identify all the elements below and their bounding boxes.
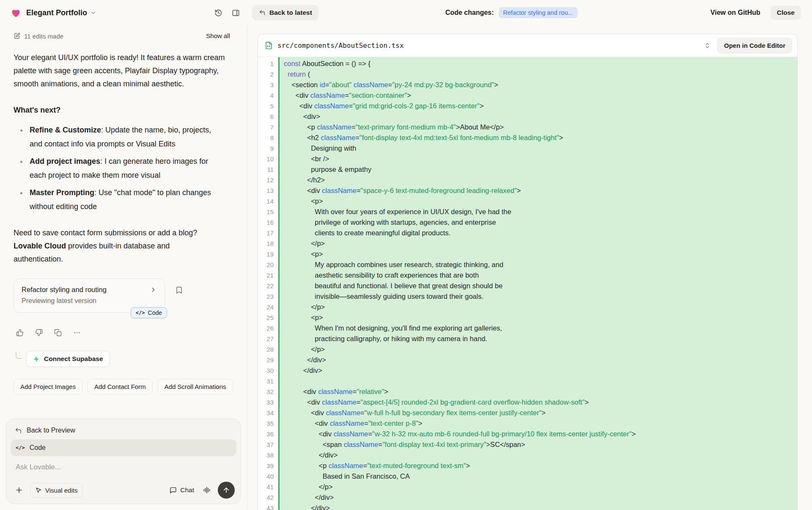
- panel-right-icon[interactable]: [232, 9, 240, 17]
- visual-edits-label: Visual edits: [45, 487, 77, 494]
- line-number: 30: [258, 365, 274, 376]
- code-view[interactable]: 1234567891011121314151617181920212223242…: [258, 57, 797, 510]
- prompt-input[interactable]: [16, 463, 231, 471]
- code-line: const AboutSection = () => {: [284, 58, 797, 69]
- suggestion-chip[interactable]: Add Contact Form: [88, 379, 153, 394]
- code-line: When I'm not designing, you'll find me e…: [284, 323, 797, 334]
- code-line: purpose & empathy: [284, 164, 797, 175]
- chat-panel: 11 edits made Show all Your elegant UI/U…: [0, 25, 247, 510]
- code-line: <p>: [284, 196, 797, 207]
- code-line: <p className="text-primary font-medium m…: [284, 122, 797, 132]
- message-actions: [14, 329, 234, 336]
- code-changes: Code changes: Refactor styling and rou..…: [445, 7, 578, 18]
- code-line: <p className="text-muted-foreground text…: [284, 460, 797, 471]
- cloud-note-text: Need to save contact form submissions or…: [14, 226, 213, 266]
- line-number: 41: [258, 482, 274, 492]
- whats-next-item: Add project images: I can generate hero …: [14, 154, 227, 182]
- line-number: 37: [258, 439, 274, 450]
- whats-next-item: Refine & Customize: Update the name, bio…: [14, 123, 227, 151]
- code-line: <h2 className="font-display text-4xl md:…: [284, 132, 797, 143]
- whats-next-item: Master Prompting: Use "chat mode" to pla…: [14, 186, 227, 214]
- chat-mode-button[interactable]: Chat: [168, 483, 196, 497]
- code-line: invisible—seamlessly guiding users towar…: [284, 291, 797, 302]
- code-slash-icon: </>: [136, 310, 145, 316]
- line-number: 20: [258, 259, 274, 270]
- back-to-latest-label: Back to latest: [269, 9, 312, 17]
- code-line: </div>: [284, 450, 797, 460]
- line-number: 34: [258, 408, 274, 418]
- line-number: 16: [258, 217, 274, 228]
- chat-mode-label: Chat: [180, 486, 194, 494]
- arrow-up-icon: [222, 486, 230, 494]
- visual-edits-button[interactable]: Visual edits: [30, 483, 83, 498]
- composer-toolbar: Visual edits Chat: [11, 482, 236, 499]
- code-line: <div className="space-y-6 text-muted-for…: [284, 185, 797, 196]
- code-line: <div className="w-32 h-32 mx-auto mb-6 r…: [284, 429, 797, 439]
- plus-icon[interactable]: [12, 483, 26, 497]
- bookmark-icon[interactable]: [175, 286, 183, 294]
- version-card-title: Refactor styling and routing: [22, 286, 107, 294]
- edits-summary-row: 11 edits made Show all: [14, 30, 234, 42]
- topbar-left: Elegant Portfolio: [10, 7, 247, 19]
- line-number: 6: [258, 111, 274, 122]
- history-icon[interactable]: [214, 9, 222, 17]
- version-card[interactable]: Refactor styling and routing Previewing …: [14, 278, 165, 313]
- project-title[interactable]: Elegant Portfolio: [26, 8, 87, 17]
- back-to-latest-button[interactable]: Back to latest: [252, 5, 319, 20]
- connector-elbow: [16, 352, 22, 359]
- thumbs-up-icon[interactable]: [16, 329, 24, 336]
- suggestion-chip[interactable]: Add Scroll Animations: [158, 379, 233, 394]
- thumbs-down-icon[interactable]: [35, 329, 43, 336]
- code-line: <div className="relative">: [284, 386, 797, 397]
- code-line: </p>: [284, 344, 797, 355]
- back-to-preview-button[interactable]: Back to Preview: [11, 422, 236, 438]
- line-number: 28: [258, 344, 274, 355]
- code-line: </p>: [284, 302, 797, 312]
- line-number: 29: [258, 355, 274, 365]
- code-line: [284, 376, 797, 386]
- line-number: 12: [258, 175, 274, 185]
- line-number: 5: [258, 101, 274, 111]
- line-number: 15: [258, 207, 274, 217]
- code-line: Based in San Francisco, CA: [284, 471, 797, 482]
- line-numbers: 1234567891011121314151617181920212223242…: [258, 57, 278, 510]
- suggestion-chip[interactable]: Add Project Images: [14, 379, 82, 394]
- copy-icon[interactable]: [54, 329, 62, 336]
- code-line: Designing with: [284, 143, 797, 154]
- code-line: <section id="about" className="py-24 md:…: [284, 80, 797, 90]
- line-number: 10: [258, 154, 274, 164]
- line-number: 14: [258, 196, 274, 207]
- view-on-github-button[interactable]: View on GitHub: [710, 9, 760, 17]
- unfold-icon[interactable]: [701, 40, 713, 52]
- code-view-chip[interactable]: </> Code: [131, 307, 167, 318]
- code-line: beautiful and functional. I believe that…: [284, 281, 797, 291]
- code-changes-badge[interactable]: Refactor styling and rou...: [499, 7, 578, 18]
- code-line: <p>: [284, 312, 797, 323]
- open-file-name: src/components/AboutSection.tsx: [277, 41, 404, 50]
- voice-waveform-icon[interactable]: [203, 486, 211, 494]
- back-to-preview-label: Back to Preview: [27, 427, 75, 434]
- corner-up-left-icon: [259, 9, 266, 16]
- open-in-code-editor-button[interactable]: Open in Code Editor: [717, 38, 792, 53]
- whats-next-heading: What's next?: [14, 106, 234, 115]
- connect-supabase-button[interactable]: Connect Supabase: [26, 351, 110, 367]
- close-button[interactable]: Close: [771, 6, 801, 20]
- line-number: 25: [258, 312, 274, 323]
- show-all-button[interactable]: Show all: [202, 30, 234, 42]
- chat-bubble-icon: [170, 487, 177, 494]
- code-line: </div>: [284, 355, 797, 365]
- code-line: </p>: [284, 238, 797, 249]
- code-line: <div className="w-full h-full bg-seconda…: [284, 408, 797, 418]
- corner-up-left-icon: [15, 427, 22, 434]
- topbar: Elegant Portfolio Back to latest Code ch…: [0, 0, 812, 25]
- more-options-icon[interactable]: [73, 329, 81, 336]
- line-number: 13: [258, 185, 274, 196]
- mode-code-option[interactable]: </> Code: [11, 439, 236, 456]
- supabase-row: Connect Supabase: [14, 351, 234, 367]
- send-button[interactable]: [218, 482, 235, 499]
- code-line: return (: [284, 69, 797, 80]
- line-number: 3: [258, 80, 274, 90]
- chevron-down-icon[interactable]: [90, 10, 96, 16]
- chat-messages[interactable]: 11 edits made Show all Your elegant UI/U…: [0, 25, 247, 414]
- suggestion-chips: Add Project ImagesAdd Contact FormAdd Sc…: [14, 379, 247, 394]
